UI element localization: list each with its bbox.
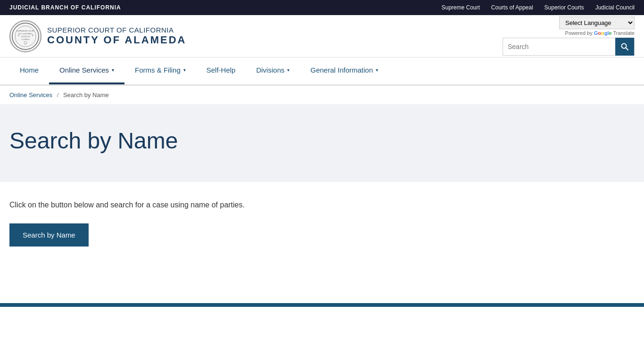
svg-text:★: ★ bbox=[32, 34, 34, 37]
nav-self-help-link[interactable]: Self-Help bbox=[196, 58, 246, 82]
judicial-council-link[interactable]: Judicial Council bbox=[595, 4, 635, 11]
svg-text:SUPERIOR COURT: SUPERIOR COURT bbox=[17, 30, 34, 32]
nav-divisions-link[interactable]: Divisions ▾ bbox=[246, 58, 300, 82]
nav-self-help: Self-Help bbox=[196, 58, 246, 84]
chevron-down-icon: ▾ bbox=[183, 67, 186, 73]
hero-section: Search by Name bbox=[0, 104, 644, 182]
svg-point-6 bbox=[24, 41, 27, 44]
header-utilities: Select Language Powered by Google Transl… bbox=[503, 16, 635, 56]
supreme-court-link[interactable]: Supreme Court bbox=[441, 4, 479, 11]
page-title: Search by Name bbox=[9, 128, 635, 154]
nav-divisions: Divisions ▾ bbox=[246, 58, 300, 84]
brand-name: JUDICIAL BRANCH OF CALIFORNIA bbox=[9, 4, 121, 11]
svg-line-10 bbox=[626, 48, 628, 50]
google-text: Google bbox=[594, 30, 612, 36]
footer-accent-bar bbox=[0, 303, 644, 307]
breadcrumb-separator: / bbox=[57, 91, 59, 99]
chevron-down-icon: ▾ bbox=[112, 67, 114, 73]
logo-area: SUPERIOR COURT OF CALIFORNIA COUNTY OF A… bbox=[9, 20, 186, 52]
search-input[interactable] bbox=[503, 40, 615, 53]
language-select[interactable]: Select Language bbox=[559, 16, 635, 29]
nav-general-info: General Information ▾ bbox=[300, 58, 388, 84]
breadcrumb-parent-link[interactable]: Online Services bbox=[9, 91, 52, 99]
svg-text:ALAMEDA: ALAMEDA bbox=[21, 39, 30, 41]
court-seal: SUPERIOR COURT OF CALIFORNIA COUNTY OF A… bbox=[9, 20, 41, 52]
nav-general-info-link[interactable]: General Information ▾ bbox=[300, 58, 388, 82]
chevron-down-icon: ▾ bbox=[376, 67, 378, 73]
svg-text:OF CALIFORNIA: OF CALIFORNIA bbox=[18, 33, 33, 35]
translate-area: Select Language Powered by Google Transl… bbox=[559, 16, 635, 36]
main-nav: Home Online Services ▾ Forms & Filing ▾ … bbox=[0, 58, 644, 86]
nav-online-services: Online Services ▾ bbox=[49, 58, 124, 84]
court-title-top: SUPERIOR COURT OF CALIFORNIA bbox=[47, 26, 186, 34]
search-area bbox=[503, 38, 635, 56]
courts-of-appeal-link[interactable]: Courts of Appeal bbox=[491, 4, 533, 11]
search-box bbox=[503, 38, 635, 56]
svg-text:COUNTY OF: COUNTY OF bbox=[21, 36, 30, 38]
main-content: Click on the button below and search for… bbox=[0, 182, 644, 265]
court-title-bottom: COUNTY OF ALAMEDA bbox=[47, 34, 186, 46]
superior-courts-link[interactable]: Superior Courts bbox=[545, 4, 584, 11]
court-title: SUPERIOR COURT OF CALIFORNIA COUNTY OF A… bbox=[47, 26, 186, 46]
nav-home-link[interactable]: Home bbox=[9, 58, 49, 82]
breadcrumb-current: Search by Name bbox=[63, 91, 109, 99]
translate-attribution: Powered by Google Translate bbox=[565, 30, 635, 36]
nav-home: Home bbox=[9, 58, 49, 84]
search-by-name-button[interactable]: Search by Name bbox=[9, 223, 89, 247]
breadcrumb: Online Services / Search by Name bbox=[0, 86, 644, 104]
chevron-down-icon: ▾ bbox=[287, 67, 289, 73]
site-header: SUPERIOR COURT OF CALIFORNIA COUNTY OF A… bbox=[0, 15, 644, 58]
search-icon bbox=[621, 43, 628, 50]
nav-online-services-link[interactable]: Online Services ▾ bbox=[49, 58, 124, 84]
top-bar: JUDICIAL BRANCH OF CALIFORNIA Supreme Co… bbox=[0, 0, 644, 15]
search-button[interactable] bbox=[615, 38, 634, 56]
nav-forms-filing-link[interactable]: Forms & Filing ▾ bbox=[124, 58, 196, 82]
content-description: Click on the button below and search for… bbox=[9, 201, 635, 209]
nav-forms-filing: Forms & Filing ▾ bbox=[124, 58, 196, 84]
top-nav-links: Supreme Court Courts of Appeal Superior … bbox=[441, 4, 635, 11]
